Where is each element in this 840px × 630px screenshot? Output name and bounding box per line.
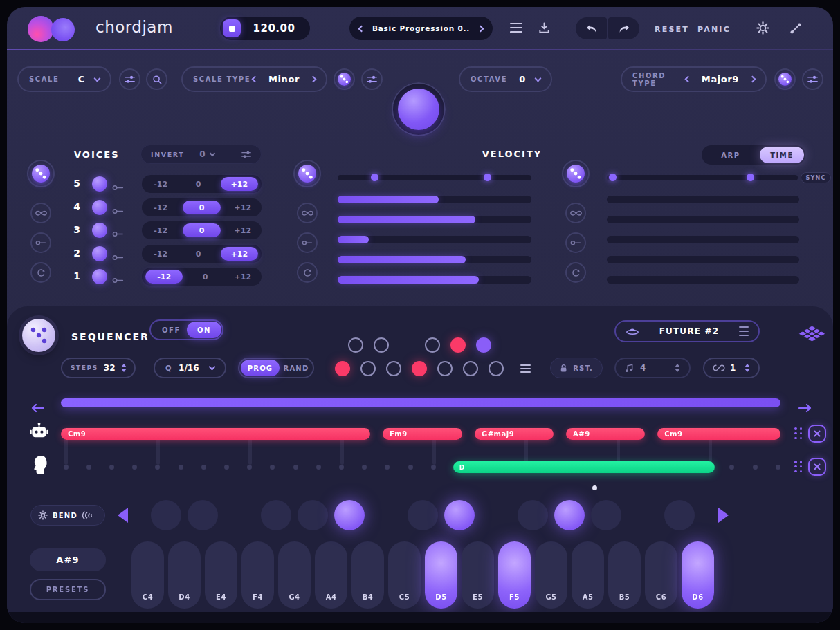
key-C4[interactable]: C4 bbox=[131, 541, 164, 609]
pad-F#5[interactable] bbox=[518, 500, 548, 530]
presets-button[interactable]: PRESETS bbox=[30, 579, 106, 600]
key-D4[interactable]: D4 bbox=[168, 541, 201, 609]
key-label: E5 bbox=[462, 593, 494, 601]
bar-tick bbox=[432, 436, 436, 465]
key-label: D4 bbox=[168, 593, 201, 601]
grid-dot bbox=[109, 465, 114, 470]
key-label: C4 bbox=[131, 593, 164, 601]
pad-D#4[interactable] bbox=[188, 500, 218, 530]
key-label: C5 bbox=[388, 593, 421, 601]
pad-G#5[interactable] bbox=[554, 500, 585, 530]
grid-dot bbox=[179, 465, 183, 470]
pad-C#5[interactable] bbox=[408, 500, 438, 530]
grid-dot bbox=[339, 465, 344, 470]
melody-row-drag-handle[interactable] bbox=[794, 461, 803, 473]
key-label: G5 bbox=[535, 593, 567, 601]
key-A4[interactable]: A4 bbox=[315, 541, 347, 609]
chord-block[interactable]: Cm9 bbox=[61, 428, 370, 440]
grid-dot bbox=[431, 465, 436, 470]
pad-D#5[interactable] bbox=[444, 500, 475, 530]
key-G4[interactable]: G4 bbox=[278, 541, 311, 609]
grid-dot bbox=[224, 465, 229, 470]
chord-row-drag-handle[interactable] bbox=[794, 427, 803, 440]
pad-A#4[interactable] bbox=[334, 500, 365, 530]
key-C5[interactable]: C5 bbox=[388, 541, 421, 609]
key-B4[interactable]: B4 bbox=[351, 541, 384, 609]
grid-dot bbox=[293, 465, 298, 470]
grid-dot bbox=[753, 465, 758, 470]
chord-block[interactable]: Cm9 bbox=[657, 428, 780, 440]
melody-block[interactable]: D bbox=[453, 461, 715, 473]
key-G5[interactable]: G5 bbox=[535, 541, 567, 609]
melody-row-remove-button[interactable] bbox=[808, 458, 826, 476]
key-E4[interactable]: E4 bbox=[205, 541, 237, 609]
keyboard: C4D4E4F4G4A4B4C5D5E5F5G5A5B5C6D6 bbox=[7, 7, 833, 623]
grid-dot bbox=[86, 465, 91, 470]
key-label: F4 bbox=[241, 593, 274, 601]
key-label: D5 bbox=[425, 593, 457, 601]
key-label: E4 bbox=[205, 593, 237, 601]
key-label: F5 bbox=[498, 593, 531, 601]
pad-A#5[interactable] bbox=[591, 500, 621, 530]
key-label: A5 bbox=[572, 593, 604, 601]
grid-dot bbox=[64, 465, 69, 470]
bar-tick bbox=[524, 436, 528, 465]
key-C6[interactable]: C6 bbox=[645, 541, 677, 609]
pad-G#4[interactable] bbox=[298, 500, 328, 530]
key-B5[interactable]: B5 bbox=[608, 541, 641, 609]
pad-F#4[interactable] bbox=[261, 500, 291, 530]
grid-dot bbox=[201, 465, 206, 470]
key-D6[interactable]: D6 bbox=[682, 541, 714, 609]
screenshot-root: { "colors": {"accent": "#7c5cff", "accen… bbox=[0, 0, 840, 630]
key-label: D6 bbox=[682, 593, 714, 601]
grid-dot bbox=[316, 465, 321, 470]
pad-C#6[interactable] bbox=[664, 500, 695, 530]
key-label: G4 bbox=[278, 593, 311, 601]
key-F5[interactable]: F5 bbox=[498, 541, 531, 609]
key-label: C6 bbox=[645, 593, 677, 601]
chordjam-plugin-window: chordjam 120.00 Basic Progression 0.. RE… bbox=[7, 7, 833, 623]
chord-row-remove-button[interactable] bbox=[808, 425, 826, 443]
bottom-strip bbox=[7, 612, 833, 623]
chord-block[interactable]: G#maj9 bbox=[475, 428, 554, 440]
chord-block[interactable]: A#9 bbox=[566, 428, 645, 440]
key-A5[interactable]: A5 bbox=[572, 541, 604, 609]
key-label: B5 bbox=[608, 593, 641, 601]
key-label: B4 bbox=[351, 593, 384, 601]
key-D5[interactable]: D5 bbox=[425, 541, 457, 609]
key-F4[interactable]: F4 bbox=[241, 541, 274, 609]
bar-tick bbox=[156, 436, 160, 465]
chord-block[interactable]: Fm9 bbox=[383, 428, 462, 440]
grid-dot bbox=[776, 465, 780, 470]
bar-tick bbox=[340, 436, 344, 465]
bar-tick bbox=[248, 436, 252, 465]
pad-C#4[interactable] bbox=[151, 500, 181, 530]
key-E5[interactable]: E5 bbox=[462, 541, 494, 609]
key-label: A4 bbox=[315, 593, 347, 601]
current-chord-display: A#9 bbox=[30, 548, 106, 571]
bar-tick bbox=[709, 436, 712, 465]
bar-tick bbox=[64, 436, 68, 465]
bar-tick bbox=[617, 436, 620, 465]
grid-dot bbox=[408, 465, 413, 470]
